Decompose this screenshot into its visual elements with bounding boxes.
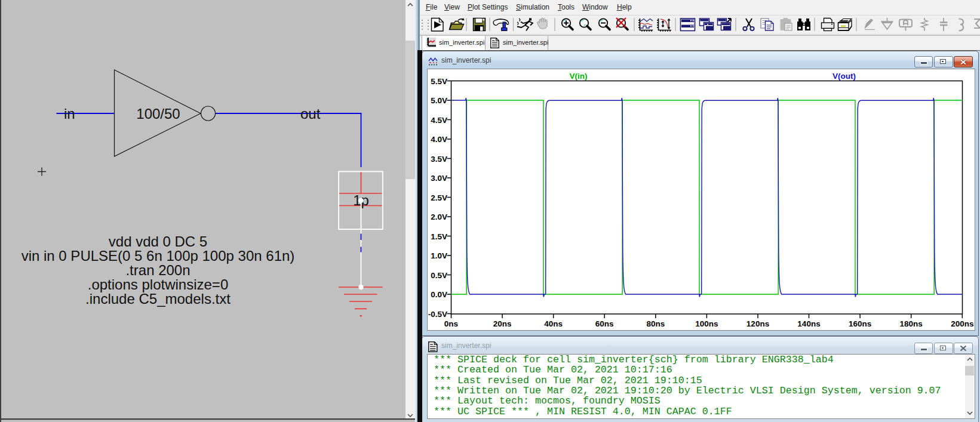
svg-text:in: in — [64, 106, 75, 122]
svg-text:80ns: 80ns — [646, 319, 665, 328]
svg-text:140ns: 140ns — [797, 319, 820, 328]
svg-text:0ns: 0ns — [444, 319, 458, 328]
svg-text:5.5V: 5.5V — [431, 77, 447, 86]
svg-text:120ns: 120ns — [746, 319, 769, 328]
svg-text:.tran 200n: .tran 200n — [125, 262, 190, 278]
svg-text:200ns: 200ns — [951, 319, 973, 328]
svg-text:3.0V: 3.0V — [431, 174, 447, 183]
svg-text:-0.5V: -0.5V — [428, 310, 447, 319]
svg-text:180ns: 180ns — [900, 319, 923, 328]
svg-text:.include C5_models.txt: .include C5_models.txt — [85, 291, 231, 307]
svg-text:V(out): V(out) — [832, 72, 856, 81]
svg-text:3.5V: 3.5V — [431, 155, 447, 164]
svg-text:60ns: 60ns — [595, 319, 614, 328]
svg-text:V(in): V(in) — [570, 72, 588, 81]
svg-text:160ns: 160ns — [849, 319, 871, 328]
svg-text:5.0V: 5.0V — [431, 96, 447, 105]
svg-text:4.5V: 4.5V — [431, 116, 447, 125]
svg-text:20ns: 20ns — [493, 319, 512, 328]
svg-text:2.0V: 2.0V — [431, 212, 447, 221]
svg-text:40ns: 40ns — [544, 319, 563, 328]
svg-text:0.5V: 0.5V — [431, 271, 447, 280]
svg-text:0.0V: 0.0V — [431, 290, 447, 299]
svg-text:out: out — [300, 106, 321, 122]
svg-text:.options plotwinsize=0: .options plotwinsize=0 — [88, 276, 228, 292]
svg-text:100/50: 100/50 — [136, 106, 180, 122]
svg-text:2.5V: 2.5V — [431, 193, 447, 202]
svg-text:1.5V: 1.5V — [431, 232, 447, 241]
svg-text:vdd vdd 0 DC 5: vdd vdd 0 DC 5 — [109, 233, 207, 249]
svg-text:100ns: 100ns — [695, 319, 718, 328]
svg-text:1.0V: 1.0V — [431, 251, 447, 260]
svg-text:4.0V: 4.0V — [431, 135, 447, 144]
